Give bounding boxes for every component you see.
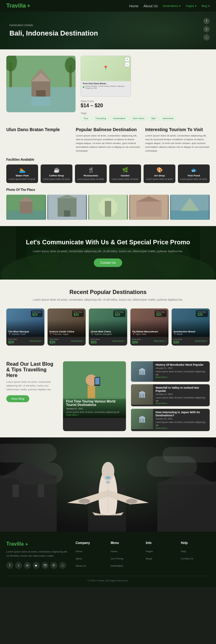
blog-sidebar-item: 🏛️ History Of Borobodur Most Popular Jan… (131, 361, 210, 382)
gallery-item[interactable] (88, 195, 128, 220)
promo-section: Let's Communicate With Us & Get Special … (0, 226, 216, 280)
dest-card-price-label: From Now (32, 311, 41, 313)
facility-card: ☕ Coffee Shop Lorem ipsum dolor sit amet… (41, 164, 72, 183)
gallery-item[interactable] (47, 195, 87, 220)
footer-link[interactable]: Blogs (146, 557, 152, 560)
footer-instagram-icon[interactable]: 📷 (42, 562, 48, 569)
svg-rect-49 (13, 485, 19, 497)
facility-desc: Lorem ipsum dolor sit amet. (145, 178, 173, 180)
footer: Travilla ✈ Lorem ipsum dolor sit amet, c… (0, 532, 216, 587)
footer-company-col: Company HomeAboutAbout Us (76, 541, 105, 569)
dest-card-overlay: The Blue Mosque 📍 Istanbul, Turki (6, 329, 44, 337)
dest-card-link[interactable]: Read More > (30, 340, 43, 342)
blog-section: Read Our Last Blog & Tips Travelling Her… (0, 355, 216, 437)
nav-about[interactable]: About Us (144, 4, 158, 8)
logo-text: Travilla (6, 3, 26, 9)
nav-destinations[interactable]: Destinations ▾ (163, 4, 181, 8)
dest-card-name: Kokura Castle China (49, 330, 84, 333)
footer-twitter-icon[interactable]: t (15, 562, 22, 569)
tag-item[interactable]: Travelling (93, 116, 109, 121)
blog-item-link[interactable]: Read More > (156, 402, 207, 404)
tag-item[interactable]: Ulun Danu (130, 116, 147, 121)
gallery-section: Photo Of The Place (6, 188, 210, 220)
svg-rect-51 (157, 481, 216, 532)
dest-card-link[interactable]: Read More > (195, 340, 208, 342)
blog-item-link[interactable]: Read More > (156, 376, 207, 378)
map-widget[interactable]: 📍 + – Pura Ulu (81, 56, 131, 97)
breadcrumb: Destination Details (9, 24, 98, 27)
blog-subtitle: Lorem ipsum dolor sit amet, consectetur … (6, 380, 57, 391)
nav-pages[interactable]: Pages ▾ (186, 4, 196, 8)
facility-desc: Lorem ipsum dolor sit amet. (111, 178, 139, 180)
footer-link[interactable]: Help (181, 550, 186, 553)
dest-card-price-label: From Now (197, 311, 206, 313)
footer-link-item: Pages (146, 548, 175, 553)
svg-rect-32 (171, 210, 209, 220)
dest-card-from-label: From Now $20 (91, 338, 99, 344)
dest-card-footer: From Now $20 Read More > (172, 337, 210, 346)
blog-featured-link[interactable]: Read More > (66, 414, 123, 416)
dest-card-from-label: From Now $20 (49, 338, 58, 344)
blog-featured-date: January 01, 2021 (66, 408, 123, 410)
facility-icon: 🎨 (145, 167, 173, 173)
gallery-item[interactable] (6, 195, 46, 220)
dest-card-price-badge: From Now $20 (72, 310, 84, 317)
footer-link[interactable]: About (76, 557, 82, 560)
logo[interactable]: Travilla ✈ (6, 3, 30, 9)
tag-item[interactable]: Tour (81, 116, 91, 121)
blog-item-thumbnail: 🏛️ (138, 415, 146, 423)
footer-tiktok-icon[interactable]: ♪ (59, 562, 66, 569)
nav-blog[interactable]: Blog ▾ (202, 4, 210, 8)
blog-item-thumbnail: 🏛️ (138, 368, 146, 375)
gallery-placeholder (6, 195, 46, 220)
dest-right-panel: 📍 + – Pura Ulu (81, 56, 176, 121)
scroll-down-icon[interactable]: ↓ (203, 34, 210, 41)
gallery-item[interactable] (129, 195, 169, 220)
footer-link[interactable]: Destination (111, 564, 123, 567)
dest-card-link[interactable]: Read More > (71, 340, 84, 342)
footer-link[interactable]: Home (111, 550, 117, 553)
hero-background (108, 12, 216, 49)
footer-link[interactable]: Contact Us (181, 557, 194, 560)
blog-grid: First Time Touring Various World Tourist… (63, 361, 210, 431)
facebook-icon[interactable]: f (203, 18, 210, 24)
dest-card-price: $20 (156, 313, 165, 316)
facility-name: Art Shop (145, 174, 173, 177)
footer-youtube-icon[interactable]: ▶ (33, 562, 40, 569)
dest-card-location: 📍 Huairou, Bangkok (91, 333, 125, 336)
gallery-placeholder (170, 195, 210, 220)
main-content: 📍 + – Pura Ulu (0, 49, 216, 226)
facilities-section: Facilities Available 🏊 Water Park Lorem … (6, 158, 210, 183)
gallery-item[interactable] (170, 195, 210, 220)
blog-sidebar-item: 🏛️ How Interesting is Japan With Its Des… (131, 409, 210, 431)
blog-item-image: 🏛️ (131, 384, 153, 405)
blog-item-link[interactable]: Read More > (156, 427, 207, 429)
footer-link[interactable]: Home (76, 550, 82, 553)
blog-featured-overlay: First Time Touring Various World Tourist… (63, 397, 126, 418)
footer-linkedin-icon[interactable]: in (24, 562, 31, 569)
footer-link[interactable]: About Us (76, 564, 86, 567)
dest-card-link[interactable]: Read More > (112, 340, 125, 342)
twitter-icon[interactable]: t (203, 26, 210, 32)
footer-whatsapp-icon[interactable]: ✆ (50, 562, 57, 569)
nav-home[interactable]: Home (129, 4, 138, 8)
header: Travilla ✈ Home About Us Destinations ▾ … (0, 0, 216, 12)
tag-item[interactable]: Bali (149, 116, 158, 121)
footer-link[interactable]: Pages (146, 550, 153, 553)
contact-us-button[interactable]: Contact Us (94, 258, 122, 267)
footer-facebook-icon[interactable]: f (6, 562, 13, 569)
description-section: Ulun Danu Bratan Temple Popular Balinese… (6, 127, 210, 153)
main-nav: Home About Us Destinations ▾ Pages ▾ Blo… (129, 4, 210, 8)
facility-card: 🐟 Fish Pond Lorem ipsum dolor sit amet. (178, 164, 210, 183)
price-value: $14 – $20 (81, 103, 176, 108)
tag-item[interactable]: Destination (110, 116, 128, 121)
tag-item[interactable]: Indonesia (160, 116, 176, 121)
popular-subtitle: Lorem ipsum dolor sit amet, consectetur … (6, 297, 210, 302)
more-blog-button[interactable]: More Blog (6, 395, 29, 402)
blog-item-image: 🏛️ (131, 409, 153, 429)
footer-link[interactable]: Our Pricing (111, 557, 123, 560)
footer-menu-links: HomeOur PricingDestination (111, 548, 140, 568)
tags-label: Tags: (81, 112, 176, 115)
tags-section: Tags: TourTravellingDestinationUlun Danu… (81, 112, 176, 121)
dest-card-link[interactable]: Read More > (154, 340, 167, 342)
